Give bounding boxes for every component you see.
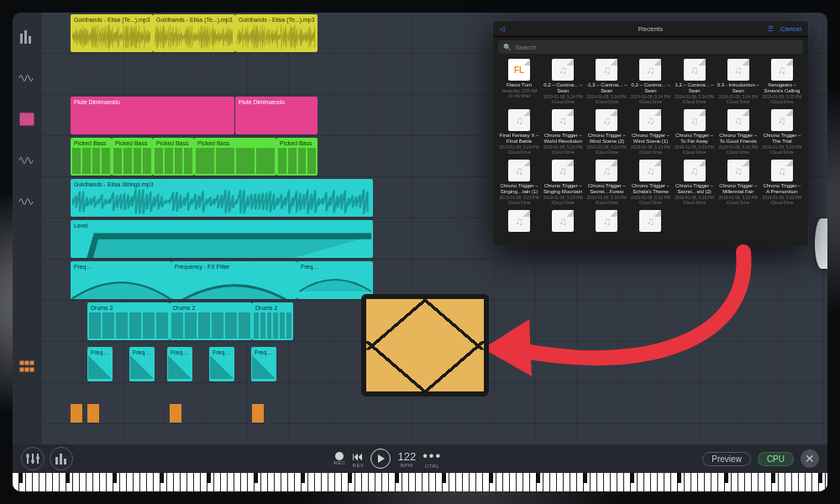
file-item[interactable]: ♫ Chrono Trigger – Schala's Theme 2019-0…: [629, 160, 671, 208]
file-item[interactable]: ♫ 0,2 – Contma... – Sean 2019-01-08, 5:2…: [542, 59, 584, 108]
svg-rect-0: [20, 34, 23, 44]
file-item[interactable]: ♫: [585, 210, 627, 246]
waveform-icon[interactable]: [13, 57, 41, 98]
pattern-clip[interactable]: Drums 2: [252, 302, 293, 340]
svg-rect-8: [25, 361, 29, 365]
file-item[interactable]: ♫ Chrono Trigger – To Good Friends 2019-…: [717, 109, 759, 158]
midi-clip[interactable]: Picked Bass: [71, 138, 112, 176]
transport-bar: REC ⏮REV 122BPM •••CTRL Preview CPU ✕: [13, 444, 827, 473]
cancel-button[interactable]: Cancel: [780, 25, 801, 33]
file-item[interactable]: ♫ Chrono Trigger – A Premonition 2019-01…: [761, 160, 803, 208]
file-browser-header: ◁ Recents ☰ Cancel: [493, 21, 808, 37]
file-item[interactable]: ♫ Chrono Trigger – Secret…eld (2) 2019-0…: [674, 160, 716, 208]
ctrl-label: CTRL: [425, 464, 440, 469]
preview-button[interactable]: Preview: [702, 452, 751, 466]
file-item[interactable]: ♫ Chrono Trigger – Singing…tain (1) 2019…: [498, 160, 540, 208]
waveform-icon-2[interactable]: [13, 139, 41, 181]
file-browser-popup: ◁ Recents ☰ Cancel 🔍 Search FL Flavor Tu…: [493, 21, 808, 246]
file-item[interactable]: ♫ Chrono Trigger – Millennial Fair 2019-…: [717, 160, 759, 208]
file-item[interactable]: ♫ Xenogears – Smeva's Calling 2019-01-08…: [761, 59, 803, 108]
file-grid: FL Flavor Turn Yesterday, 3:55 AM On My …: [493, 57, 808, 246]
svg-rect-4: [22, 113, 24, 120]
midi-clip[interactable]: Flute Diminuendo: [235, 97, 318, 134]
search-placeholder: Search: [515, 44, 536, 51]
svg-rect-20: [60, 454, 62, 465]
automation-clip[interactable]: Freq…: [251, 347, 276, 381]
piano-icon[interactable]: [13, 98, 41, 139]
file-item[interactable]: ♫: [629, 210, 671, 246]
midi-clip[interactable]: Picked Bass: [153, 138, 194, 176]
automation-clip[interactable]: Freq…: [297, 261, 373, 299]
pattern-clip[interactable]: [170, 404, 181, 423]
rewind-button[interactable]: ⏮REV: [352, 449, 364, 468]
svg-point-17: [31, 459, 34, 463]
pattern-clip[interactable]: [252, 404, 264, 423]
bpm-display[interactable]: 122BPM: [397, 450, 416, 468]
file-item[interactable]: ♫ 1,2 – Contma... – Sean 2019-01-08, 5:2…: [674, 59, 716, 108]
svg-point-18: [36, 456, 39, 459]
audio-clip[interactable]: Goldhands - Elisa Strings.mp3: [71, 179, 373, 217]
svg-rect-7: [20, 361, 24, 365]
pattern-clip[interactable]: [71, 404, 82, 423]
side-drawer-handle[interactable]: [815, 218, 827, 269]
rev-label: REV: [353, 463, 365, 468]
automation-clip[interactable]: Level: [71, 220, 373, 258]
file-item[interactable]: ♫ Chrono Trigger – Wind Scene (1) 2019-0…: [629, 109, 671, 158]
audio-clip[interactable]: Goldhands - Elisa (Te...).mp3: [153, 14, 235, 52]
midi-clip[interactable]: Picked Bass: [276, 138, 318, 176]
pattern-clip[interactable]: Drums 2: [170, 302, 252, 340]
bpm-label: BPM: [401, 463, 413, 468]
browse-back-button[interactable]: ◁: [500, 25, 505, 33]
track-type-toolbar: [13, 13, 41, 444]
audio-clip[interactable]: Goldhands - Elisa (Te...).mp3: [71, 14, 153, 52]
midi-clip[interactable]: Picked Bass: [112, 138, 153, 176]
file-item[interactable]: ♫ Chrono Trigger – Wind Scene (2) 2019-0…: [585, 109, 627, 158]
file-item[interactable]: ♫ Chrono Trigger – The Trial 2019-01-08,…: [761, 109, 803, 158]
step-sequencer-icon[interactable]: [13, 345, 41, 386]
pattern-clip[interactable]: [87, 404, 99, 423]
svg-rect-19: [55, 457, 58, 465]
file-item[interactable]: ♫ Chrono Trigger – Singing Mountain 2019…: [542, 160, 584, 208]
svg-rect-21: [64, 459, 66, 465]
ctrl-button[interactable]: •••CTRL: [423, 449, 442, 469]
automation-clip[interactable]: Frequency : FX Filter: [171, 261, 297, 299]
cpu-indicator[interactable]: CPU: [758, 452, 794, 466]
automation-clip[interactable]: Freq…: [209, 347, 234, 381]
svg-rect-6: [30, 113, 33, 120]
svg-rect-11: [25, 368, 29, 371]
piano-keyboard[interactable]: [13, 473, 827, 491]
file-item[interactable]: ♫ -1,3 – Contma... – Sean 2019-01-08, 5:…: [585, 59, 627, 108]
layout-toggle-icon[interactable]: ☰: [768, 25, 774, 33]
levels-icon[interactable]: [50, 447, 73, 470]
pattern-clip[interactable]: Drums 2: [87, 302, 170, 340]
close-button[interactable]: ✕: [801, 449, 819, 468]
file-item[interactable]: ♫ Chrono Trigger – Secret…Forest 2019-01…: [585, 160, 627, 208]
rec-label: REC: [333, 460, 345, 465]
automation-clip[interactable]: Freq…: [167, 347, 192, 381]
meter-icon[interactable]: [13, 16, 41, 57]
midi-clip[interactable]: Flute Diminuendo: [71, 97, 234, 134]
search-icon: 🔍: [503, 44, 512, 51]
automation-clip[interactable]: Freq…: [87, 347, 113, 381]
file-item[interactable]: ♫: [542, 210, 584, 246]
file-item[interactable]: ♫ Chrono Trigger – World Revolution 2019…: [542, 109, 584, 158]
record-button[interactable]: REC: [333, 452, 345, 465]
mixer-icon[interactable]: [21, 447, 45, 470]
file-search-field[interactable]: 🔍 Search: [498, 40, 803, 54]
automation-clip[interactable]: Freq…: [129, 347, 155, 381]
bpm-value: 122: [397, 450, 416, 463]
file-item[interactable]: ♫ 0,2 – Contma... – Sean 2019-01-08, 5:2…: [629, 59, 671, 108]
file-item[interactable]: FL Flavor Turn Yesterday, 3:55 AM On My …: [498, 59, 540, 108]
svg-rect-1: [24, 30, 27, 44]
midi-clip[interactable]: Picked Bass: [194, 138, 276, 176]
file-item[interactable]: ♫ Final Fantasy X – Final Battle 2019-01…: [498, 109, 540, 158]
file-item[interactable]: ♫ 0.3 - Introduction – Sean 2019-01-08, …: [717, 59, 759, 108]
automation-clip[interactable]: Freq…: [71, 261, 171, 299]
audio-clip[interactable]: Goldhands - Elisa (Te...).mp3: [235, 14, 318, 52]
play-button[interactable]: [370, 449, 391, 469]
svg-rect-2: [29, 36, 31, 44]
waveform-icon-3[interactable]: [13, 181, 41, 222]
file-item[interactable]: ♫ Chrono Trigger – To Far Away Times 201…: [674, 109, 716, 158]
spacer: [13, 222, 41, 345]
file-item[interactable]: ♫: [498, 210, 540, 246]
